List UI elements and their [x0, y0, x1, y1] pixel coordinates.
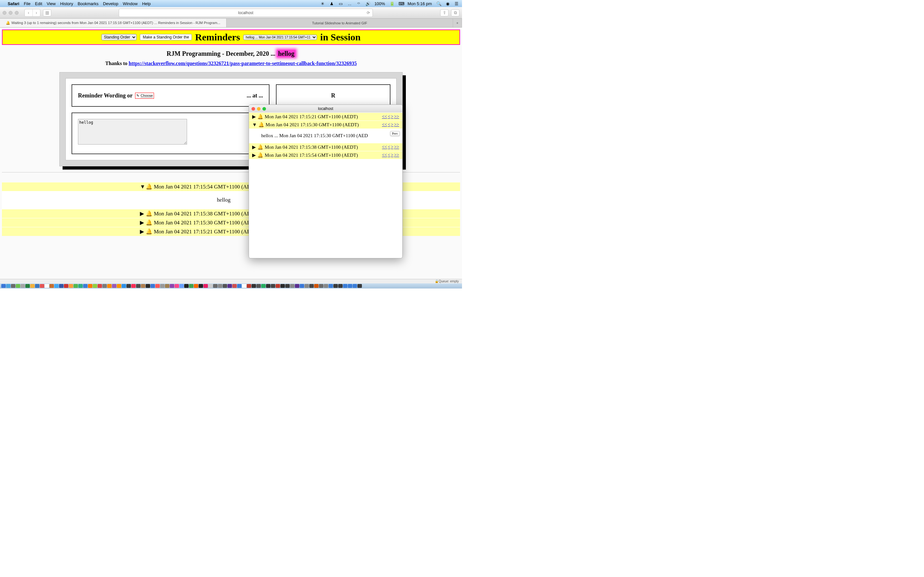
dock-item[interactable]: [204, 284, 208, 288]
nav-prev[interactable]: <: [388, 145, 390, 150]
dock[interactable]: [0, 284, 462, 288]
dock-item[interactable]: [242, 284, 246, 288]
disclosure-icon[interactable]: ▼: [140, 184, 144, 190]
nav-next[interactable]: >: [391, 122, 393, 127]
dock-item[interactable]: [223, 284, 227, 288]
dock-item[interactable]: [165, 284, 170, 288]
nav-buttons[interactable]: ‹ ›: [24, 9, 40, 17]
dock-item[interactable]: [213, 284, 218, 288]
share-button[interactable]: ⇧: [440, 9, 449, 16]
disclosure-icon[interactable]: ▶: [140, 228, 144, 235]
dock-item[interactable]: [78, 284, 83, 288]
dock-item[interactable]: [333, 284, 338, 288]
tab-0[interactable]: 🔔 Waiting 3 (up to 1 remaining) seconds …: [0, 19, 226, 27]
back-button[interactable]: ‹: [25, 9, 32, 16]
zoom-icon[interactable]: [262, 107, 266, 111]
popup-titlebar[interactable]: localhost: [249, 105, 402, 113]
dock-item[interactable]: [59, 284, 63, 288]
dock-item[interactable]: [11, 284, 15, 288]
reload-icon[interactable]: ⟳: [367, 11, 370, 15]
dock-item[interactable]: [174, 284, 179, 288]
dock-item[interactable]: [232, 284, 237, 288]
dock-item[interactable]: [290, 284, 294, 288]
choose-widget[interactable]: ✎ Choose: [135, 93, 154, 99]
sidebar-button[interactable]: ▥: [43, 9, 51, 16]
nav-last[interactable]: >>: [394, 122, 399, 127]
dock-item[interactable]: [131, 284, 136, 288]
dock-item[interactable]: [218, 284, 222, 288]
dock-item[interactable]: [155, 284, 160, 288]
dock-item[interactable]: [102, 284, 107, 288]
popup-entry[interactable]: ▼ 🔔 Mon Jan 04 2021 17:15:30 GMT+1100 (A…: [249, 121, 402, 129]
menu-item[interactable]: Help: [142, 1, 151, 6]
disclosure-icon[interactable]: ▼: [252, 122, 257, 127]
volume-icon[interactable]: 🔊: [365, 1, 370, 6]
dock-item[interactable]: [49, 284, 54, 288]
window-controls[interactable]: [3, 11, 19, 15]
nav-prev[interactable]: <: [388, 122, 390, 127]
app-name[interactable]: Safari: [8, 1, 19, 6]
menu-item[interactable]: File: [24, 1, 31, 6]
dock-item[interactable]: [276, 284, 280, 288]
standing-order-select[interactable]: Standing Order: [102, 34, 137, 40]
new-tab-button[interactable]: ＋: [453, 19, 462, 27]
dock-item[interactable]: [121, 284, 126, 288]
disclosure-icon[interactable]: ▶: [252, 144, 256, 150]
list-icon[interactable]: ☰: [454, 1, 459, 6]
nav-next[interactable]: >: [391, 145, 393, 150]
dock-item[interactable]: [338, 284, 342, 288]
dock-item[interactable]: [25, 284, 30, 288]
dock-item[interactable]: [1, 284, 6, 288]
dock-item[interactable]: [280, 284, 285, 288]
reminder-textarea[interactable]: [78, 119, 187, 145]
dock-item[interactable]: [184, 284, 189, 288]
dock-item[interactable]: [328, 284, 333, 288]
dock-item[interactable]: [304, 284, 309, 288]
menu-item[interactable]: Window: [123, 1, 137, 6]
minimize-icon[interactable]: [257, 107, 260, 111]
disclosure-icon[interactable]: ▶: [140, 219, 144, 226]
dock-item[interactable]: [208, 284, 213, 288]
dock-item[interactable]: [136, 284, 141, 288]
dock-item[interactable]: [179, 284, 184, 288]
popup-window[interactable]: localhost ▶ 🔔 Mon Jan 04 2021 17:15:21 G…: [249, 105, 403, 258]
nav-next[interactable]: >: [391, 153, 393, 158]
dock-item[interactable]: [150, 284, 155, 288]
dock-item[interactable]: [348, 284, 352, 288]
url-bar[interactable]: localhost ⟳: [119, 9, 373, 17]
dock-item[interactable]: [271, 284, 275, 288]
tabs-button[interactable]: ⧉: [451, 9, 459, 16]
dock-item[interactable]: [30, 284, 35, 288]
dock-item[interactable]: [295, 284, 299, 288]
dock-item[interactable]: [285, 284, 290, 288]
clock[interactable]: Mon 5:16 pm: [407, 1, 432, 6]
status-icon[interactable]: ♟: [330, 1, 334, 6]
make-standing-order-button[interactable]: Make a Standing Order the: [140, 34, 192, 40]
nav-last[interactable]: >>: [394, 153, 399, 158]
source-link[interactable]: https://stackoverflow.com/questions/3232…: [129, 61, 357, 66]
popup-entry[interactable]: ▶ 🔔 Mon Jan 04 2021 17:15:38 GMT+1100 (A…: [249, 143, 402, 151]
menu-item[interactable]: Develop: [103, 1, 118, 6]
dock-item[interactable]: [199, 284, 203, 288]
dock-item[interactable]: [256, 284, 261, 288]
dock-item[interactable]: [16, 284, 20, 288]
dock-item[interactable]: [160, 284, 165, 288]
dock-item[interactable]: [45, 284, 49, 288]
menu-item[interactable]: View: [47, 1, 56, 6]
dock-item[interactable]: [97, 284, 102, 288]
dock-item[interactable]: [6, 284, 11, 288]
nav-first[interactable]: <<: [382, 114, 387, 119]
dock-item[interactable]: [93, 284, 97, 288]
menu-item[interactable]: History: [60, 1, 73, 6]
dock-item[interactable]: [247, 284, 251, 288]
forward-button[interactable]: ›: [32, 9, 40, 16]
nav-first[interactable]: <<: [382, 145, 387, 150]
popup-entry[interactable]: ▶ 🔔 Mon Jan 04 2021 17:15:54 GMT+1100 (A…: [249, 151, 402, 159]
airplay-icon[interactable]: ▭: [338, 1, 343, 6]
menu-item[interactable]: Edit: [35, 1, 42, 6]
dock-item[interactable]: [319, 284, 323, 288]
dock-item[interactable]: [314, 284, 318, 288]
dock-item[interactable]: [300, 284, 304, 288]
dock-item[interactable]: [309, 284, 314, 288]
dock-item[interactable]: [357, 284, 362, 288]
